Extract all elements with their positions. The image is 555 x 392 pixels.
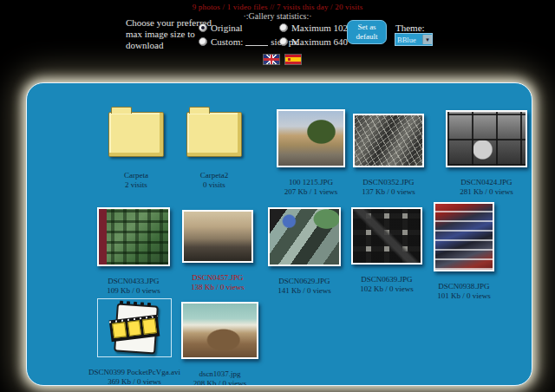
gallery-panel: Carpeta2 visitsCarpeta20 visits100 1215.… [26,82,532,386]
item-meta: 137 Kb / 0 views [362,187,415,197]
set-as-default-button[interactable]: Set as default [347,20,387,44]
folder-icon[interactable] [186,112,242,157]
item-title: DSCN0399 PocketPcVga.avi [88,368,180,377]
radio-maximum-1024[interactable]: Maximum 1024 [279,23,353,33]
video-file-icon[interactable] [97,298,172,357]
radio-icon[interactable] [199,37,207,46]
theme-dropdown[interactable]: BBlue ▼ [395,33,433,46]
radio-original-label: Original [211,23,243,33]
item-meta: 138 Kb / 0 views [191,283,245,292]
photo-thumbnail[interactable] [353,114,424,167]
item-meta: 101 Kb / 0 views [437,291,491,301]
item-meta: 109 Kb / 0 views [107,286,160,296]
photo-thumbnail[interactable] [97,207,170,266]
photo-thumbnail[interactable] [351,207,422,265]
photo-thumbnail[interactable] [268,207,341,266]
spanish-flag-icon[interactable] [284,54,302,65]
item-meta: 208 Kb / 0 views [193,379,247,386]
gallery-statistics-link[interactable]: ·:Gallery statistics:· [0,11,555,21]
img-dscn0457[interactable]: DSCN0457.JPG138 Kb / 0 views [170,210,265,292]
item-title: DSCN0639.JPG [361,275,412,284]
photo-thumbnail[interactable] [434,202,494,271]
img-dscn0424[interactable]: DSCN0424.JPG281 Kb / 0 views [439,110,532,197]
theme-label: Theme: [395,23,425,33]
item-meta: 102 Kb / 0 views [360,284,414,294]
radio-maximum-640[interactable]: Maximum 640 [279,36,353,47]
img-dscn0433[interactable]: DSCN0433.JPG109 Kb / 0 views [86,207,181,296]
item-meta: 369 Kb / 0 views [108,377,161,386]
english-flag-icon[interactable] [263,54,280,65]
radio-custom-label: Custom: [211,36,243,47]
item-title: dscn1037.jpg [199,369,240,379]
item-title: DSCN0352.JPG [362,178,414,187]
custom-size-input[interactable] [245,37,268,46]
item-meta: 0 visits [203,180,225,190]
photo-thumbnail[interactable] [277,109,345,167]
radio-max640-label: Maximum 640 [291,36,348,47]
item-title: DSCN0457.JPG [192,273,243,283]
img-dscn0629[interactable]: DSCN0629.JPG141 Kb / 0 views [257,207,352,296]
item-meta: 281 Kb / 0 views [460,187,513,197]
photo-thumbnail[interactable] [181,302,258,359]
item-meta: 141 Kb / 0 views [278,286,331,296]
set-default-line1: Set as [357,23,375,31]
radio-selected-icon[interactable] [199,23,207,32]
radio-icon[interactable] [279,37,288,46]
item-title: DSCN0629.JPG [278,277,330,286]
img-dscn1037[interactable]: dscn1037.jpg208 Kb / 0 views [173,302,268,386]
theme-selected-value: BBlue [395,36,422,44]
photo-thumbnail[interactable] [446,110,527,167]
folder-icon[interactable] [108,112,164,157]
img-dscn0938[interactable]: DSCN0938.JPG101 Kb / 0 views [416,202,512,301]
item-meta: 207 Kb / 1 views [284,187,338,197]
folder-carpeta2[interactable]: Carpeta20 visits [166,105,262,190]
chevron-down-icon[interactable]: ▼ [422,35,432,44]
img-dscn0352[interactable]: DSCN0352.JPG137 Kb / 0 views [341,114,436,197]
item-title: Carpeta2 [200,171,228,180]
item-title: 100 1215.JPG [289,178,333,187]
radio-max1024-label: Maximum 1024 [291,23,353,33]
visit-stats-line: 9 photos / 1 video files // 7 visits thi… [0,3,555,11]
size-options-column-2: Maximum 1024 Maximum 640 [279,23,353,47]
item-title: Carpeta [124,171,148,180]
item-title: DSCN0433.JPG [108,277,159,286]
video-dscn0399[interactable]: DSCN0399 PocketPcVga.avi369 Kb / 0 views [87,298,182,386]
set-default-line2: default [356,32,378,41]
film-clapper-icon [110,302,159,354]
radio-icon[interactable] [279,23,288,32]
item-title: DSCN0424.JPG [460,178,512,187]
photo-thumbnail[interactable] [182,210,253,263]
item-title: DSCN0938.JPG [438,282,489,291]
item-meta: 2 visits [125,180,147,190]
